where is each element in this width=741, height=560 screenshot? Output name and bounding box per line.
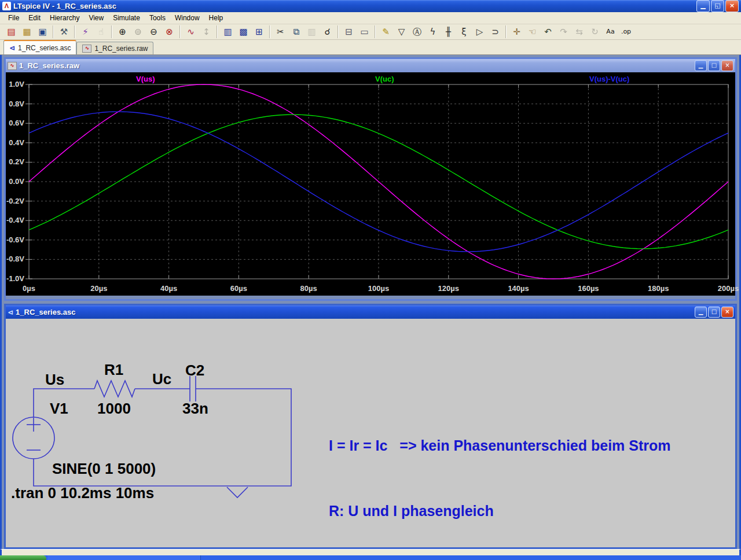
minimize-button[interactable]: ▁ <box>696 0 710 12</box>
component-icon[interactable]: ⊃ <box>487 24 503 39</box>
schematic-maximize-button[interactable]: □ <box>708 307 720 318</box>
menu-window[interactable]: Window <box>170 12 204 24</box>
print-icon[interactable]: ▭ <box>357 24 372 39</box>
paste-icon[interactable]: ▥ <box>304 24 320 39</box>
find-icon[interactable]: ☌ <box>320 24 335 39</box>
arrange-windows-icon[interactable]: ⊞ <box>251 24 267 39</box>
tab-schematic-label: 1_RC_series.asc <box>18 44 71 52</box>
schematic-minimize-button[interactable]: ▁ <box>695 307 707 318</box>
open-icon[interactable]: ▦ <box>19 24 35 39</box>
menu-edit[interactable]: Edit <box>24 12 45 24</box>
diode-icon[interactable]: ▷ <box>472 24 487 39</box>
source-name-label[interactable]: V1 <box>50 400 68 417</box>
menu-simulate[interactable]: Simulate <box>108 12 145 24</box>
legend-V(us)-V(uc)[interactable]: V(us)-V(uc) <box>589 75 629 83</box>
resistor-symbol[interactable] <box>94 381 135 397</box>
zoom-out-icon[interactable]: ⊖ <box>146 24 162 39</box>
resistor-value-label[interactable]: 1000 <box>97 400 131 417</box>
tab-waveform[interactable]: ∿ 1_RC_series.raw <box>76 42 153 54</box>
print-preview-icon[interactable]: ⊟ <box>341 24 357 39</box>
move-icon[interactable]: ✛ <box>509 24 524 39</box>
halt-icon[interactable]: ☝ <box>93 24 109 39</box>
source-value-label[interactable]: SINE(0 1 5000) <box>52 460 156 477</box>
waveform-minimize-button[interactable]: ▁ <box>695 60 707 71</box>
schematic-window: ⊲ 1_RC_series.asc ▁ □ × <box>4 304 737 549</box>
ground-symbol[interactable] <box>227 487 248 498</box>
resistor-name-label[interactable]: R1 <box>104 361 123 378</box>
y-tick-label: -0.6V <box>6 235 24 244</box>
drag-icon[interactable]: ☜ <box>524 24 540 39</box>
zoom-in-icon[interactable]: ⊕ <box>115 24 130 39</box>
legend-V(us)[interactable]: V(us) <box>136 75 155 83</box>
y-tick-label: 0.4V <box>9 138 24 147</box>
taskbar-button[interactable] <box>47 555 201 560</box>
ground-icon[interactable]: ▽ <box>394 24 409 39</box>
y-tick-label: 0.8V <box>9 100 24 108</box>
resistor-icon[interactable]: ϟ <box>425 24 441 39</box>
annotation-text: I = Ir = Ic => kein Phasenunterschied be… <box>329 392 671 560</box>
redo-icon[interactable]: ↷ <box>556 24 571 39</box>
capacitor-value-label[interactable]: 33n <box>182 400 208 417</box>
waveform-window-titlebar[interactable]: ∿ 1_RC_series.raw ▁ □ × <box>6 59 735 72</box>
node-label-us[interactable]: Us <box>45 371 64 388</box>
x-tick-label: 40µs <box>160 284 177 293</box>
autorange-y-icon[interactable]: ↕ <box>199 24 214 39</box>
schematic-tab-icon: ⊲ <box>9 45 15 51</box>
tab-schematic[interactable]: ⊲ 1_RC_series.asc <box>3 40 76 54</box>
menu-help[interactable]: Help <box>204 12 228 24</box>
tabbar: ⊲ 1_RC_series.asc ∿ 1_RC_series.raw <box>0 40 741 55</box>
zoom-full-extents-icon[interactable]: ⊗ <box>162 24 177 39</box>
node-label-uc[interactable]: Uc <box>152 370 171 388</box>
schematic-window-icon: ⊲ <box>8 309 13 316</box>
schematic-window-titlebar[interactable]: ⊲ 1_RC_series.asc ▁ □ × <box>6 305 735 319</box>
waveform-close-button[interactable]: × <box>721 60 733 71</box>
plot-settings-icon[interactable]: ∿ <box>183 24 199 39</box>
rotate-icon[interactable]: ↻ <box>587 24 603 39</box>
schematic-close-button[interactable]: × <box>721 307 733 318</box>
menubar: File Edit Hierarchy View Simulate Tools … <box>0 12 741 24</box>
plot-area[interactable]: 0µs20µs40µs60µs80µs100µs120µs140µs160µs1… <box>6 72 735 296</box>
cut-icon[interactable]: ✂ <box>273 24 288 39</box>
legend-V(uc)[interactable]: V(uc) <box>375 75 394 83</box>
waveform-maximize-button[interactable]: □ <box>708 60 720 71</box>
toolbar-separator <box>217 25 218 38</box>
capacitor-icon[interactable]: ╫ <box>441 24 456 39</box>
mirror-icon[interactable]: ⇆ <box>571 24 587 39</box>
run-icon[interactable]: ⚡ <box>78 24 93 39</box>
control-panel-icon[interactable]: ⚒ <box>56 24 72 39</box>
y-tick-label: 0.0V <box>9 177 24 186</box>
restore-button[interactable]: ◱ <box>711 0 724 12</box>
new-schematic-icon[interactable]: ▤ <box>3 24 19 39</box>
capacitor-name-label[interactable]: C2 <box>185 362 204 379</box>
menu-hierarchy[interactable]: Hierarchy <box>45 12 84 24</box>
menu-view[interactable]: View <box>84 12 108 24</box>
x-tick-label: 180µs <box>648 284 669 293</box>
toolbar-separator <box>375 25 376 38</box>
spice-directive-icon[interactable]: .op <box>618 24 634 39</box>
app-icon: Λ <box>2 2 11 10</box>
undo-icon[interactable]: ↶ <box>540 24 556 39</box>
start-button[interactable] <box>0 555 46 560</box>
schematic-canvas[interactable]: Us R1 1000 Uc C2 33n V1 SINE(0 1 5000) .… <box>6 319 735 547</box>
copy-icon[interactable]: ⧉ <box>288 24 304 39</box>
label-net-icon[interactable]: Ⓐ <box>409 24 425 39</box>
menu-file[interactable]: File <box>3 12 24 24</box>
x-tick-label: 80µs <box>300 284 317 293</box>
waveform-window-icon: ∿ <box>8 62 17 70</box>
cascade-windows-icon[interactable]: ▩ <box>236 24 251 39</box>
waveform-tab-icon: ∿ <box>82 45 91 53</box>
schematic-window-title: 1_RC_series.asc <box>16 308 695 316</box>
save-icon[interactable]: ▣ <box>35 24 50 39</box>
zoom-back-icon[interactable]: ⊚ <box>130 24 146 39</box>
window-title: LTspice IV - 1_RC_series.asc <box>13 2 696 10</box>
tran-directive-label[interactable]: .tran 0 10.2ms 10ms <box>11 484 154 502</box>
x-tick-label: 120µs <box>438 284 459 293</box>
toolbar-separator <box>179 25 181 38</box>
tile-windows-icon[interactable]: ▥ <box>220 24 236 39</box>
ltspice-application-window: Λ LTspice IV - 1_RC_series.asc ▁ ◱ × Fil… <box>0 0 741 560</box>
text-icon[interactable]: Aa <box>603 24 618 39</box>
menu-tools[interactable]: Tools <box>145 12 170 24</box>
close-button[interactable]: × <box>725 0 739 12</box>
wire-icon[interactable]: ✎ <box>378 24 394 39</box>
inductor-icon[interactable]: ξ <box>456 24 472 39</box>
